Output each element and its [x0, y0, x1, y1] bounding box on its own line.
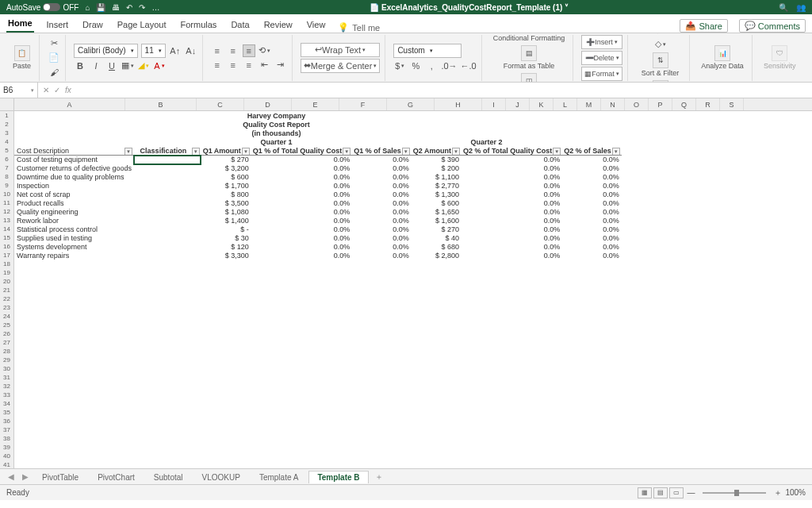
conditional-formatting-button[interactable]: ▦Conditional Formatting — [490, 33, 569, 44]
row-header[interactable]: 30 — [0, 364, 13, 373]
tab-formulas[interactable]: Formulas — [179, 17, 219, 33]
sort-filter-button[interactable]: ⇅Sort & Filter — [638, 51, 683, 79]
col-header[interactable]: L — [553, 98, 577, 110]
row-header[interactable]: 24 — [0, 312, 13, 321]
font-name-select[interactable]: Calibri (Body) — [74, 44, 138, 58]
wrap-text-button[interactable]: ↩ Wrap Text — [301, 43, 381, 57]
currency-icon[interactable]: $ — [393, 60, 406, 72]
row-header[interactable]: 40 — [0, 452, 13, 460]
row-header[interactable]: 4 — [0, 137, 13, 146]
fx-icon[interactable]: fx — [65, 86, 71, 94]
border-button[interactable]: ▦ — [121, 60, 134, 72]
col-header[interactable]: N — [601, 98, 625, 110]
zoom-in-button[interactable]: ＋ — [771, 487, 785, 498]
row-header[interactable]: 27 — [0, 338, 13, 347]
row-header[interactable]: 38 — [0, 434, 13, 443]
col-header[interactable]: B — [125, 98, 197, 110]
row-header[interactable]: 9 — [0, 181, 13, 190]
page-layout-view-icon[interactable]: ▤ — [653, 487, 668, 498]
decrease-indent-icon[interactable]: ⇤ — [259, 59, 271, 71]
col-header[interactable]: D — [244, 98, 292, 110]
tab-draw[interactable]: Draw — [81, 17, 105, 33]
spreadsheet-grid[interactable]: A B C D E F G H I J K L M N O P Q R S 12… — [0, 98, 812, 468]
col-header[interactable]: O — [625, 98, 649, 110]
tab-view[interactable]: View — [305, 17, 327, 33]
add-sheet-button[interactable]: ＋ — [370, 471, 388, 483]
col-header[interactable]: A — [14, 98, 125, 110]
format-cells-button[interactable]: ▦ Format — [581, 67, 622, 81]
row-header[interactable]: 7 — [0, 164, 13, 172]
col-header[interactable]: H — [435, 98, 482, 110]
name-box[interactable]: B6▾ — [0, 83, 38, 98]
row-header[interactable]: 25 — [0, 321, 13, 329]
sheet-nav-prev[interactable]: ◀ — [5, 472, 17, 481]
increase-indent-icon[interactable]: ⇥ — [274, 59, 287, 71]
sheet-tab[interactable]: Subtotal — [145, 471, 192, 483]
number-format-select[interactable]: Custom — [393, 44, 462, 58]
row-header[interactable]: 34 — [0, 399, 13, 408]
align-top-icon[interactable]: ≡ — [211, 44, 224, 57]
decrease-decimal-icon[interactable]: ←.0 — [461, 60, 477, 72]
fill-color-button[interactable]: ◢ — [137, 60, 150, 72]
row-header[interactable]: 31 — [0, 373, 13, 382]
sheet-tab[interactable]: VLOOKUP — [193, 471, 249, 483]
row-header[interactable]: 8 — [0, 172, 13, 181]
percent-icon[interactable]: % — [409, 60, 422, 72]
delete-cells-button[interactable]: ➖ Delete — [581, 51, 622, 65]
row-header[interactable]: 16 — [0, 242, 13, 251]
home-icon[interactable]: ⌂ — [85, 3, 90, 12]
comma-icon[interactable]: , — [425, 60, 438, 72]
zoom-level[interactable]: 100% — [785, 488, 806, 497]
tab-page-layout[interactable]: Page Layout — [116, 17, 168, 33]
row-header[interactable]: 35 — [0, 408, 13, 417]
zoom-out-button[interactable]: — — [684, 488, 698, 497]
row-header[interactable]: 14 — [0, 225, 13, 233]
align-middle-icon[interactable]: ≡ — [227, 44, 239, 57]
col-header[interactable]: P — [649, 98, 672, 110]
italic-button[interactable]: I — [90, 60, 102, 72]
sensitivity-button[interactable]: 🛡Sensitivity — [760, 44, 799, 71]
row-header[interactable]: 2 — [0, 120, 13, 129]
row-header[interactable]: 17 — [0, 251, 13, 260]
autosave-toggle[interactable]: AutoSave OFF — [6, 3, 79, 12]
row-header[interactable]: 22 — [0, 294, 13, 303]
page-break-view-icon[interactable]: ▭ — [669, 487, 684, 498]
sheet-nav-next[interactable]: ▶ — [19, 472, 32, 481]
tab-insert[interactable]: Insert — [45, 17, 71, 33]
comments-button[interactable]: 💬 Comments — [739, 19, 806, 33]
search-icon[interactable]: 🔍 — [779, 3, 788, 12]
row-header[interactable]: 12 — [0, 207, 13, 216]
save-icon[interactable]: 💾 — [96, 3, 105, 12]
col-header[interactable]: S — [720, 98, 744, 110]
font-size-select[interactable]: 11 — [141, 44, 166, 58]
col-header[interactable]: K — [530, 98, 553, 110]
print-icon[interactable]: 🖶 — [112, 3, 120, 12]
orientation-icon[interactable]: ⟲ — [259, 44, 271, 57]
row-header[interactable]: 26 — [0, 329, 13, 338]
decrease-font-icon[interactable]: A↓ — [185, 44, 197, 57]
format-as-table-button[interactable]: ▤Format as Table — [500, 44, 557, 71]
fill-icon[interactable]: ▼ — [653, 33, 667, 37]
row-header[interactable]: 20 — [0, 277, 13, 286]
col-header[interactable]: F — [339, 98, 387, 110]
row-header[interactable]: 36 — [0, 417, 13, 425]
tell-me[interactable]: 💡 Tell me — [338, 22, 380, 33]
clear-icon[interactable]: ◇ — [653, 38, 667, 51]
col-header[interactable]: M — [577, 98, 601, 110]
col-header[interactable]: R — [696, 98, 720, 110]
cancel-formula-icon[interactable]: ✕ — [43, 86, 49, 94]
row-header[interactable]: 37 — [0, 425, 13, 434]
row-header[interactable]: 15 — [0, 233, 13, 242]
insert-cells-button[interactable]: ➕ Insert — [581, 35, 622, 49]
more-icon[interactable]: … — [151, 3, 159, 12]
row-header[interactable]: 23 — [0, 303, 13, 312]
merge-center-button[interactable]: ⬌ Merge & Center — [301, 59, 381, 73]
align-bottom-icon[interactable]: ≡ — [243, 44, 255, 57]
analyze-data-button[interactable]: 📊Analyze Data — [698, 44, 747, 71]
row-header[interactable]: 3 — [0, 129, 13, 137]
row-header[interactable]: 28 — [0, 347, 13, 356]
undo-icon[interactable]: ↶ — [126, 3, 132, 12]
enter-formula-icon[interactable]: ✓ — [54, 86, 60, 94]
tab-data[interactable]: Data — [229, 17, 251, 33]
share-people-icon[interactable]: 👥 — [796, 3, 806, 12]
